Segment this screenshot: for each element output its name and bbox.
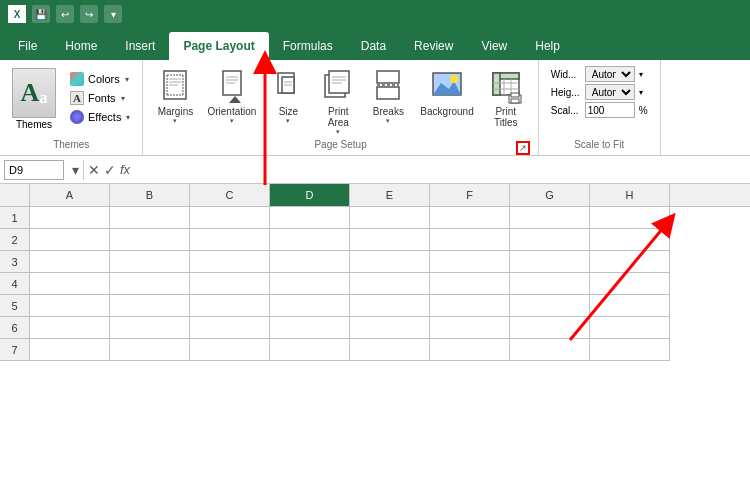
size-button[interactable]: Size ▾ [264, 66, 312, 128]
colors-button[interactable]: Colors ▾ [66, 70, 134, 88]
cell-h1[interactable] [590, 207, 670, 229]
cell-c3[interactable] [190, 251, 270, 273]
cell-g5[interactable] [510, 295, 590, 317]
cell-a6[interactable] [30, 317, 110, 339]
formula-confirm-icon[interactable]: ✓ [104, 162, 116, 178]
cell-g4[interactable] [510, 273, 590, 295]
col-header-c[interactable]: C [190, 184, 270, 206]
cell-f3[interactable] [430, 251, 510, 273]
cell-d4[interactable] [270, 273, 350, 295]
cell-e6[interactable] [350, 317, 430, 339]
cell-f7[interactable] [430, 339, 510, 361]
cell-h4[interactable] [590, 273, 670, 295]
cell-d3[interactable] [270, 251, 350, 273]
cell-e4[interactable] [350, 273, 430, 295]
cell-c4[interactable] [190, 273, 270, 295]
cell-b3[interactable] [110, 251, 190, 273]
cell-f6[interactable] [430, 317, 510, 339]
row-header-3[interactable]: 3 [0, 251, 30, 273]
print-titles-button[interactable]: PrintTitles [482, 66, 530, 131]
formula-fx-icon[interactable]: fx [120, 162, 130, 177]
orientation-button[interactable]: Orientation ▾ [201, 66, 262, 128]
tab-data[interactable]: Data [347, 32, 400, 60]
cell-a2[interactable] [30, 229, 110, 251]
col-header-e[interactable]: E [350, 184, 430, 206]
scale-input[interactable] [585, 102, 635, 118]
width-select[interactable]: Automatic [585, 66, 635, 82]
tab-page-layout[interactable]: Page Layout [169, 32, 268, 60]
cell-c2[interactable] [190, 229, 270, 251]
cell-g1[interactable] [510, 207, 590, 229]
col-header-g[interactable]: G [510, 184, 590, 206]
save-button[interactable]: 💾 [32, 5, 50, 23]
themes-button[interactable]: Aa Themes [8, 66, 60, 132]
cell-d2[interactable] [270, 229, 350, 251]
cell-g6[interactable] [510, 317, 590, 339]
cell-a7[interactable] [30, 339, 110, 361]
row-header-5[interactable]: 5 [0, 295, 30, 317]
row-header-7[interactable]: 7 [0, 339, 30, 361]
undo-button[interactable]: ↩ [56, 5, 74, 23]
cell-h3[interactable] [590, 251, 670, 273]
col-header-f[interactable]: F [430, 184, 510, 206]
cell-e7[interactable] [350, 339, 430, 361]
cell-h6[interactable] [590, 317, 670, 339]
cell-e3[interactable] [350, 251, 430, 273]
tab-view[interactable]: View [467, 32, 521, 60]
cell-d7[interactable] [270, 339, 350, 361]
cell-f2[interactable] [430, 229, 510, 251]
cell-g7[interactable] [510, 339, 590, 361]
cell-h5[interactable] [590, 295, 670, 317]
cell-e1[interactable] [350, 207, 430, 229]
formula-input[interactable] [134, 160, 746, 180]
tab-formulas[interactable]: Formulas [269, 32, 347, 60]
effects-button[interactable]: Effects ▾ [66, 108, 134, 126]
cell-f4[interactable] [430, 273, 510, 295]
cell-b7[interactable] [110, 339, 190, 361]
quick-access-dropdown[interactable]: ▾ [104, 5, 122, 23]
cell-f1[interactable] [430, 207, 510, 229]
cell-a1[interactable] [30, 207, 110, 229]
cell-g3[interactable] [510, 251, 590, 273]
row-header-2[interactable]: 2 [0, 229, 30, 251]
cell-a3[interactable] [30, 251, 110, 273]
background-button[interactable]: Background [414, 66, 479, 120]
col-header-a[interactable]: A [30, 184, 110, 206]
row-header-4[interactable]: 4 [0, 273, 30, 295]
cell-e2[interactable] [350, 229, 430, 251]
tab-file[interactable]: File [4, 32, 51, 60]
col-header-b[interactable]: B [110, 184, 190, 206]
cell-d1[interactable] [270, 207, 350, 229]
cell-h2[interactable] [590, 229, 670, 251]
cell-d6[interactable] [270, 317, 350, 339]
cell-c6[interactable] [190, 317, 270, 339]
redo-button[interactable]: ↪ [80, 5, 98, 23]
col-header-d[interactable]: D [270, 184, 350, 206]
breaks-button[interactable]: Breaks ▾ [364, 66, 412, 128]
tab-insert[interactable]: Insert [111, 32, 169, 60]
cell-b1[interactable] [110, 207, 190, 229]
cell-f5[interactable] [430, 295, 510, 317]
cell-a5[interactable] [30, 295, 110, 317]
margins-button[interactable]: Margins ▾ [151, 66, 199, 128]
cell-g2[interactable] [510, 229, 590, 251]
tab-home[interactable]: Home [51, 32, 111, 60]
print-area-button[interactable]: PrintArea ▾ [314, 66, 362, 139]
cell-reference-box[interactable]: D9 [4, 160, 64, 180]
cell-c5[interactable] [190, 295, 270, 317]
cell-h7[interactable] [590, 339, 670, 361]
cell-d5[interactable] [270, 295, 350, 317]
cell-b6[interactable] [110, 317, 190, 339]
page-setup-dialog-launcher[interactable]: ↗ [516, 141, 530, 155]
cell-a4[interactable] [30, 273, 110, 295]
tab-help[interactable]: Help [521, 32, 574, 60]
tab-review[interactable]: Review [400, 32, 467, 60]
height-select[interactable]: Automatic [585, 84, 635, 100]
cell-b5[interactable] [110, 295, 190, 317]
cell-b4[interactable] [110, 273, 190, 295]
cell-b2[interactable] [110, 229, 190, 251]
cell-c1[interactable] [190, 207, 270, 229]
cell-e5[interactable] [350, 295, 430, 317]
fonts-button[interactable]: A Fonts ▾ [66, 89, 134, 107]
cell-c7[interactable] [190, 339, 270, 361]
